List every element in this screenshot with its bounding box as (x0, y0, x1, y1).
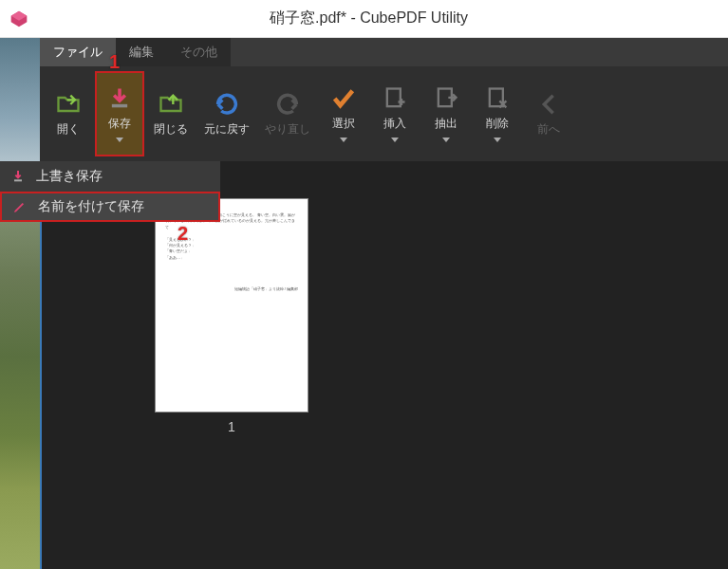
tab-edit[interactable]: 編集 (116, 38, 167, 66)
save-as-label: 名前を付けて保存 (38, 198, 144, 215)
window-title: 硝子窓.pdf* - CubePDF Utility (19, 9, 719, 28)
extract-button[interactable]: 抽出 (421, 71, 471, 156)
annotation-1: 1 (109, 51, 120, 73)
redo-icon (274, 91, 301, 118)
insert-button[interactable]: 挿入 (370, 71, 420, 156)
delete-page-icon (484, 85, 511, 112)
svg-rect-6 (14, 179, 22, 181)
tab-other[interactable]: その他 (167, 38, 231, 66)
open-label: 開く (57, 121, 80, 138)
chevron-down-icon (116, 138, 123, 142)
redo-button[interactable]: やり直し (258, 71, 317, 156)
close-button[interactable]: 閉じる (146, 71, 196, 156)
chevron-down-icon (340, 138, 347, 142)
save-label: 保存 (108, 116, 131, 132)
insert-label: 挿入 (383, 116, 406, 132)
chevron-down-icon (391, 138, 399, 142)
undo-button[interactable]: 元に戻す (197, 71, 256, 156)
open-folder-icon (55, 91, 82, 118)
svg-rect-2 (112, 104, 127, 108)
delete-label: 削除 (486, 116, 509, 132)
ribbon-toolbar: 開く 保存 閉じる (40, 66, 728, 161)
save-small-icon (9, 168, 27, 185)
undo-label: 元に戻す (204, 121, 250, 138)
svg-rect-3 (387, 89, 401, 107)
pencil-icon (11, 198, 28, 215)
extract-label: 抽出 (435, 116, 457, 132)
close-folder-icon (158, 91, 184, 118)
desktop-background-strip (0, 38, 40, 569)
checkmark-icon (330, 85, 357, 112)
ribbon-tabs: ファイル 編集 その他 (40, 38, 728, 66)
chevron-down-icon (442, 138, 450, 142)
prev-button[interactable]: 前へ (524, 71, 573, 156)
arrow-left-icon (535, 91, 562, 118)
save-as-item[interactable]: 名前を付けて保存 (0, 192, 220, 222)
extract-page-icon (433, 85, 459, 112)
undo-icon (214, 91, 240, 118)
page-number: 1 (156, 419, 308, 434)
redo-label: やり直し (265, 121, 310, 138)
insert-page-icon (382, 85, 408, 112)
open-button[interactable]: 開く (44, 71, 93, 156)
overwrite-save-item[interactable]: 上書き保存 (0, 161, 220, 192)
select-button[interactable]: 選択 (319, 71, 368, 156)
close-label: 閉じる (154, 121, 188, 138)
thumbnail-area[interactable]: 硝子窓の中にいる。ガラス窓の向こうに空が見える。 青い空。白い雲。風が吹いている… (40, 161, 728, 569)
save-dropdown-menu: 上書き保存 名前を付けて保存 (0, 161, 220, 222)
save-button[interactable]: 保存 (95, 71, 144, 156)
prev-label: 前へ (537, 121, 560, 138)
chevron-down-icon (494, 138, 501, 142)
tab-file[interactable]: ファイル (40, 38, 116, 66)
annotation-2: 2 (177, 223, 188, 245)
save-icon (106, 85, 133, 112)
select-label: 選択 (332, 116, 355, 132)
overwrite-label: 上書き保存 (36, 168, 103, 185)
delete-button[interactable]: 削除 (473, 71, 522, 156)
titlebar: 硝子窓.pdf* - CubePDF Utility (0, 0, 728, 38)
